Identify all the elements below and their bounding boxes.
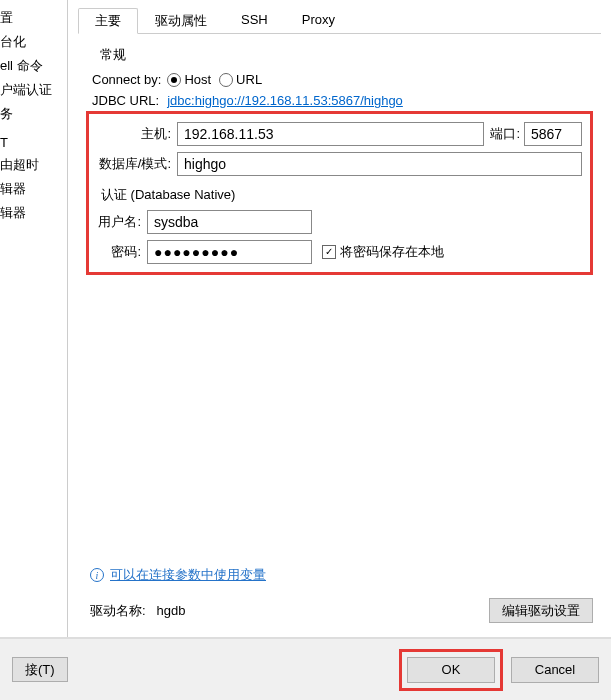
checkbox-icon: ✓ (322, 245, 336, 259)
connect-by-radio-group: Host URL (167, 72, 262, 87)
save-password-checkbox[interactable]: ✓ 将密码保存在本地 (322, 243, 444, 261)
host-input[interactable] (177, 122, 484, 146)
sidebar-item[interactable]: T (0, 132, 67, 153)
tab-ssh[interactable]: SSH (224, 8, 285, 33)
radio-url[interactable]: URL (219, 72, 262, 87)
tab-driver-props[interactable]: 驱动属性 (138, 8, 224, 33)
sidebar-item[interactable]: 辑器 (0, 177, 67, 201)
sidebar-item[interactable]: ell 命令 (0, 54, 67, 78)
sidebar-item[interactable]: 务 (0, 102, 67, 126)
tab-main[interactable]: 主要 (78, 8, 138, 34)
tab-content: 常规 Connect by: Host URL (78, 34, 601, 629)
ok-highlight-box: OK (399, 649, 503, 691)
info-link-row: i 可以在连接参数中使用变量 (90, 566, 593, 584)
radio-circle-icon (167, 73, 181, 87)
save-password-label: 将密码保存在本地 (340, 243, 444, 261)
host-label: 主机: (89, 125, 177, 143)
tabs: 主要 驱动属性 SSH Proxy (78, 8, 601, 34)
info-icon: i (90, 568, 104, 582)
tab-proxy[interactable]: Proxy (285, 8, 352, 33)
auth-group-title: 认证 (Database Native) (101, 186, 582, 204)
cancel-button[interactable]: Cancel (511, 657, 599, 683)
highlight-box: 主机: 端口: 数据库/模式: 认证 (Database Native) 用户名… (86, 111, 593, 275)
driver-name-label: 驱动名称: (90, 603, 146, 618)
ok-button[interactable]: OK (407, 657, 495, 683)
sidebar-item[interactable]: 置 (0, 6, 67, 30)
database-label: 数据库/模式: (89, 155, 177, 173)
sidebar-item[interactable]: 户端认证 (0, 78, 67, 102)
password-label: 密码: (89, 243, 147, 261)
connect-by-label: Connect by: (92, 72, 167, 87)
database-input[interactable] (177, 152, 582, 176)
main-panel: 主要 驱动属性 SSH Proxy 常规 Connect by: Host (68, 0, 611, 637)
port-label: 端口: (484, 125, 524, 143)
edit-driver-button[interactable]: 编辑驱动设置 (489, 598, 593, 623)
radio-url-label: URL (236, 72, 262, 87)
dialog-footer: 接(T) OK Cancel (0, 638, 611, 700)
general-group-title: 常规 (100, 46, 593, 64)
jdbc-url-link[interactable]: jdbc:highgo://192.168.11.53:5867/highgo (167, 93, 403, 108)
radio-host[interactable]: Host (167, 72, 211, 87)
jdbc-url-label: JDBC URL: (92, 93, 167, 108)
sidebar-item[interactable]: 由超时 (0, 153, 67, 177)
test-connection-button[interactable]: 接(T) (12, 657, 68, 682)
sidebar-item[interactable]: 辑器 (0, 201, 67, 225)
sidebar-item[interactable]: 台化 (0, 30, 67, 54)
sidebar: 置 台化 ell 命令 户端认证 务 T 由超时 辑器 辑器 (0, 0, 68, 637)
port-input[interactable] (524, 122, 582, 146)
driver-name-value: hgdb (157, 603, 186, 618)
username-label: 用户名: (89, 213, 147, 231)
variables-info-link[interactable]: 可以在连接参数中使用变量 (110, 566, 266, 584)
radio-circle-icon (219, 73, 233, 87)
driver-row: 驱动名称: hgdb 编辑驱动设置 (90, 598, 593, 623)
password-input[interactable] (147, 240, 312, 264)
radio-host-label: Host (184, 72, 211, 87)
username-input[interactable] (147, 210, 312, 234)
